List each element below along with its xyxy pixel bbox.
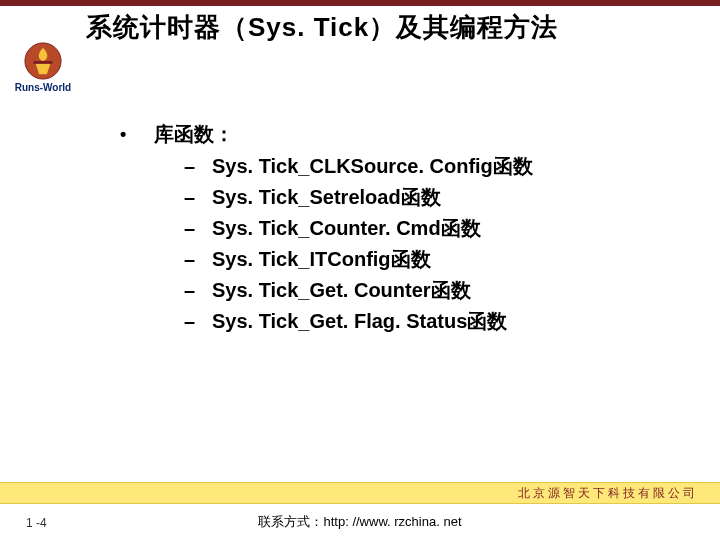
svg-rect-1 <box>34 61 53 64</box>
list-item: – Sys. Tick_Counter. Cmd函数 <box>184 214 680 242</box>
bullet-row: • 库函数： <box>120 120 680 148</box>
dash-marker: – <box>184 276 198 304</box>
list-item: – Sys. Tick_Get. Flag. Status函数 <box>184 307 680 335</box>
top-accent-bar <box>0 0 720 6</box>
content-area: • 库函数： – Sys. Tick_CLKSource. Config函数 –… <box>120 120 680 338</box>
list-item: – Sys. Tick_Setreload函数 <box>184 183 680 211</box>
list-item-text: Sys. Tick_ITConfig函数 <box>212 245 431 273</box>
bullet-marker: • <box>120 120 130 148</box>
bullet-label: 库函数： <box>154 120 234 148</box>
company-name: 北京源智天下科技有限公司 <box>518 485 698 502</box>
list-item-text: Sys. Tick_Setreload函数 <box>212 183 441 211</box>
slide: 系统计时器（Sys. Tick）及其编程方法 Runs-World • 库函数：… <box>0 0 720 540</box>
list-item-text: Sys. Tick_CLKSource. Config函数 <box>212 152 533 180</box>
dash-marker: – <box>184 152 198 180</box>
list-item: – Sys. Tick_Get. Counter函数 <box>184 276 680 304</box>
dash-marker: – <box>184 183 198 211</box>
list-item-text: Sys. Tick_Get. Flag. Status函数 <box>212 307 507 335</box>
dash-marker: – <box>184 307 198 335</box>
list-item-text: Sys. Tick_Get. Counter函数 <box>212 276 471 304</box>
logo-text: Runs-World <box>6 82 80 93</box>
list-item-text: Sys. Tick_Counter. Cmd函数 <box>212 214 481 242</box>
contact-info: 联系方式：http: //www. rzchina. net <box>0 513 720 531</box>
list-item: – Sys. Tick_CLKSource. Config函数 <box>184 152 680 180</box>
page-number: 1 -4 <box>26 516 47 530</box>
footer: 1 -4 联系方式：http: //www. rzchina. net <box>0 504 720 540</box>
logo: Runs-World <box>6 42 80 93</box>
dash-marker: – <box>184 214 198 242</box>
list-item: – Sys. Tick_ITConfig函数 <box>184 245 680 273</box>
dash-marker: – <box>184 245 198 273</box>
sublist: – Sys. Tick_CLKSource. Config函数 – Sys. T… <box>184 152 680 335</box>
company-band: 北京源智天下科技有限公司 <box>0 482 720 504</box>
slide-title: 系统计时器（Sys. Tick）及其编程方法 <box>86 10 700 45</box>
logo-icon <box>24 42 62 80</box>
